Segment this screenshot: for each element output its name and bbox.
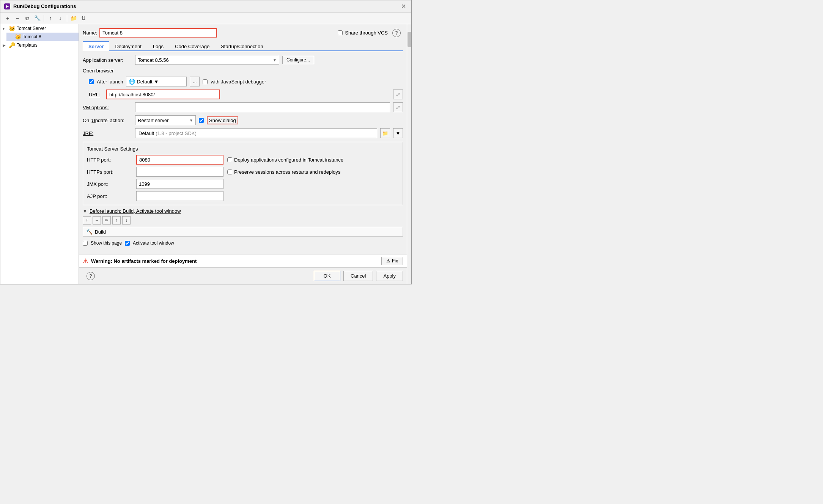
- expand-arrow-templates: ▶: [3, 43, 7, 47]
- fix-label: Fix: [392, 258, 398, 264]
- before-launch-header[interactable]: ▼ Before launch: Build, Activate tool wi…: [83, 208, 403, 214]
- after-launch-label: After launch: [97, 79, 123, 85]
- toolbar-separator-2: [67, 15, 67, 22]
- configure-button[interactable]: Configure...: [282, 56, 314, 64]
- scrollbar[interactable]: [407, 24, 411, 284]
- app-server-select[interactable]: Tomcat 8.5.56 ▼: [135, 55, 279, 65]
- app-server-value: Tomcat 8.5.56: [138, 57, 169, 63]
- name-input[interactable]: Tomcat 8: [99, 28, 217, 38]
- before-launch-moveup-button[interactable]: ↑: [112, 216, 121, 225]
- js-debugger-label: with JavaScript debugger: [211, 79, 266, 85]
- tab-startup-connection[interactable]: Startup/Connection: [215, 41, 269, 51]
- js-debugger-checkbox[interactable]: [203, 79, 208, 84]
- app-server-arrow-icon: ▼: [273, 58, 277, 62]
- ajp-port-input[interactable]: [136, 191, 223, 201]
- open-browser-section: Open browser After launch 🌐 Default ▼ ..…: [83, 68, 403, 99]
- sort-button[interactable]: ⇅: [79, 14, 88, 22]
- url-row: URL: ⤢: [89, 89, 403, 99]
- before-launch-edit-button[interactable]: ✏: [102, 216, 111, 225]
- main-content: ▾ 🐱 Tomcat Server 🐱 Tomcat 8 ▶ 🔑 Templat…: [0, 24, 411, 284]
- vm-options-label: VM options:: [83, 105, 132, 110]
- warning-icon: ⚠: [83, 257, 88, 265]
- cancel-button[interactable]: Cancel: [343, 271, 373, 281]
- app-server-row: Application server: Tomcat 8.5.56 ▼ Conf…: [83, 55, 403, 65]
- build-label: Build: [95, 229, 106, 235]
- jre-row: JRE: Default (1.8 - project SDK) 📁 ▼: [83, 128, 403, 138]
- tab-code-coverage[interactable]: Code Coverage: [169, 41, 215, 51]
- move-up-button[interactable]: ↑: [46, 14, 55, 22]
- jre-select[interactable]: Default (1.8 - project SDK): [135, 128, 377, 138]
- before-launch-movedown-button[interactable]: ↓: [122, 216, 131, 225]
- tomcat-settings-title: Tomcat Server Settings: [87, 146, 399, 152]
- url-input[interactable]: [106, 89, 220, 99]
- url-expand-button[interactable]: ⤢: [393, 89, 403, 99]
- browser-icon: 🌐: [129, 79, 135, 85]
- tab-deployment[interactable]: Deployment: [109, 41, 147, 51]
- tomcat8-icon: 🐱: [15, 34, 21, 40]
- preserve-sessions-label: Preserve sessions across restarts and re…: [234, 169, 340, 175]
- jre-browse-button[interactable]: 📁: [380, 128, 390, 138]
- footer-help-button[interactable]: ?: [87, 272, 95, 280]
- vm-options-input[interactable]: [135, 102, 390, 112]
- update-action-select[interactable]: Restart server ▼: [135, 115, 196, 125]
- tab-logs[interactable]: Logs: [147, 41, 169, 51]
- tab-server[interactable]: Server: [83, 41, 109, 51]
- before-launch-remove-button[interactable]: −: [93, 216, 101, 225]
- scroll-thumb: [408, 32, 411, 47]
- tomcat-server-group[interactable]: ▾ 🐱 Tomcat Server: [0, 24, 79, 33]
- tomcat8-item[interactable]: 🐱 Tomcat 8: [6, 33, 79, 41]
- preserve-sessions-checkbox[interactable]: [227, 170, 232, 174]
- ok-button[interactable]: OK: [314, 271, 340, 281]
- deploy-apps-checkbox[interactable]: [227, 157, 232, 162]
- https-port-input[interactable]: [136, 167, 223, 177]
- share-vcs-checkbox[interactable]: [338, 30, 343, 35]
- apply-button[interactable]: Apply: [376, 271, 403, 281]
- templates-icon: 🔑: [9, 42, 15, 48]
- show-this-page-checkbox[interactable]: [83, 241, 88, 246]
- dialog-footer: ? OK Cancel Apply: [79, 267, 407, 284]
- url-label: URL:: [89, 92, 104, 97]
- after-launch-checkbox[interactable]: [89, 79, 94, 84]
- vm-expand-button[interactable]: ⤢: [393, 102, 403, 112]
- update-action-value: Restart server: [138, 118, 169, 123]
- add-config-button[interactable]: +: [3, 14, 12, 22]
- remove-config-button[interactable]: −: [13, 14, 22, 22]
- fix-warning-icon: ⚠: [386, 258, 390, 264]
- tomcat-server-icon: 🐱: [9, 25, 15, 31]
- http-port-input[interactable]: [136, 155, 223, 165]
- activate-tool-window-checkbox[interactable]: [125, 241, 130, 246]
- name-label: Name:: [83, 30, 97, 36]
- help-button[interactable]: ?: [392, 29, 401, 37]
- before-launch-toolbar: + − ✏ ↑ ↓: [83, 216, 403, 225]
- close-button[interactable]: ✕: [400, 3, 408, 10]
- tomcat-settings-section: Tomcat Server Settings HTTP port: Deploy…: [83, 142, 403, 205]
- jre-dropdown-button[interactable]: ▼: [393, 128, 403, 138]
- build-row: 🔨 Build: [83, 227, 403, 237]
- templates-item[interactable]: ▶ 🔑 Templates: [0, 41, 79, 49]
- browser-arrow-icon: ▼: [154, 79, 159, 85]
- move-down-button[interactable]: ↓: [56, 14, 65, 22]
- deploy-apps-label: Deploy applications configured in Tomcat…: [234, 157, 343, 163]
- show-dialog-checkbox[interactable]: [199, 118, 204, 123]
- https-port-label: HTTPs port:: [87, 169, 132, 175]
- templates-label: Templates: [17, 42, 38, 48]
- ajp-port-label: AJP port:: [87, 193, 132, 199]
- app-icon: ▶: [4, 3, 10, 9]
- browser-select[interactable]: 🌐 Default ▼: [126, 77, 187, 86]
- tabs: Server Deployment Logs Code Coverage Sta…: [83, 41, 403, 51]
- deploy-apps-row: Deploy applications configured in Tomcat…: [227, 157, 399, 163]
- folder-button[interactable]: 📁: [69, 14, 78, 22]
- copy-config-button[interactable]: ⧉: [23, 14, 31, 22]
- before-launch-add-button[interactable]: +: [83, 216, 91, 225]
- settings-button[interactable]: 🔧: [33, 14, 41, 22]
- jmx-port-input[interactable]: [136, 179, 223, 189]
- browser-ellipsis-button[interactable]: ...: [190, 77, 200, 86]
- title-bar: ▶ Run/Debug Configurations ✕: [0, 0, 411, 13]
- share-vcs-label: Share through VCS: [345, 30, 388, 36]
- show-dialog-label: Show dialog: [207, 116, 238, 124]
- jre-value: Default: [138, 130, 154, 136]
- jre-hint: (1.8 - project SDK): [156, 130, 197, 136]
- server-tab-content: Application server: Tomcat 8.5.56 ▼ Conf…: [83, 55, 403, 247]
- fix-button[interactable]: ⚠ Fix: [381, 257, 403, 265]
- right-panel: Name: Tomcat 8 Share through VCS ? Serve…: [79, 24, 407, 254]
